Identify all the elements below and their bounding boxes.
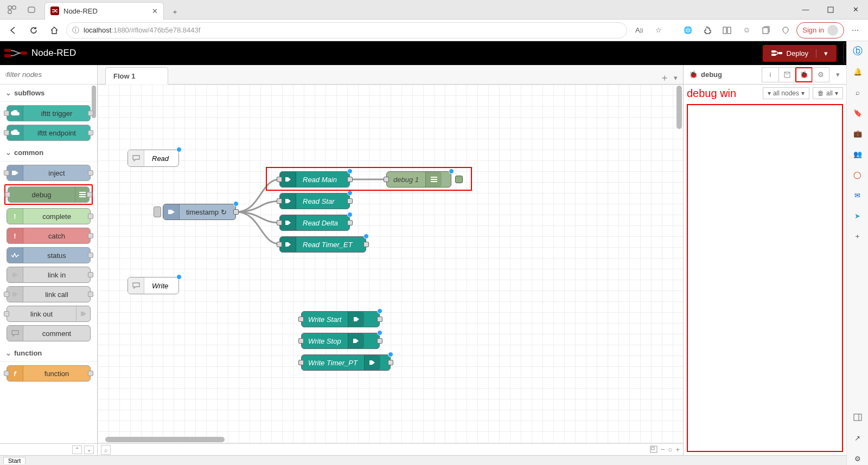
link-out-icon xyxy=(76,306,90,321)
node-write-timer-pt[interactable]: Write Timer_PT xyxy=(301,354,391,371)
category-function[interactable]: ⌄function xyxy=(0,345,97,362)
flow-tab[interactable]: Flow 1 xyxy=(105,67,168,85)
new-tab-button[interactable]: ＋ xyxy=(167,4,182,20)
send-icon[interactable]: ➤ xyxy=(851,209,864,222)
favorite-icon[interactable]: ☆ xyxy=(650,22,667,39)
palette-node-ifttt-endpoint[interactable]: ifttt endpoint xyxy=(7,125,91,141)
sidebar-tab-config[interactable]: ⚙ xyxy=(812,67,829,82)
debug-clear-button[interactable]: 🗑all▾ xyxy=(813,87,843,99)
palette-node-complete[interactable]: !complete xyxy=(7,208,91,224)
shopping-icon[interactable]: 🔖 xyxy=(851,106,864,119)
bell-icon[interactable]: 🔔 xyxy=(851,65,864,78)
svg-rect-12 xyxy=(771,54,776,56)
palette-collapse-button[interactable]: ⌃ xyxy=(72,445,82,454)
debug-window-annotation: debug win xyxy=(687,87,736,100)
flow-canvas[interactable]: Read timestamp ↻ Read Main Read Star Rea… xyxy=(98,85,683,443)
outlook-icon[interactable]: ✉ xyxy=(851,189,864,202)
bing-chat-icon[interactable]: ⓑ xyxy=(851,44,864,57)
palette-node-link-out[interactable]: link out xyxy=(7,306,91,322)
deploy-dropdown[interactable]: ▾ xyxy=(816,49,828,57)
deploy-button[interactable]: Deploy ▾ xyxy=(764,46,835,61)
zoom-out-button[interactable]: − xyxy=(661,445,665,454)
sidebar-tab-info[interactable]: i xyxy=(762,67,779,82)
panel-icon[interactable] xyxy=(851,411,864,424)
palette-node-link-in[interactable]: link in xyxy=(7,267,91,283)
node-read-timer-et[interactable]: Read Timer_ET xyxy=(279,236,366,253)
palette-node-ifttt-trigger[interactable]: ifttt trigger xyxy=(7,105,91,121)
globe-icon[interactable]: 🌐 xyxy=(679,22,697,39)
search-icon[interactable]: ⌕ xyxy=(851,86,864,99)
node-inject-timestamp[interactable]: timestamp ↻ xyxy=(163,204,236,220)
palette-node-link-call[interactable]: link call xyxy=(7,286,91,302)
add-icon[interactable]: ＋ xyxy=(851,230,864,243)
home-button[interactable] xyxy=(46,22,63,39)
arrow-right-icon xyxy=(348,312,364,327)
debug-output-panel[interactable] xyxy=(687,104,843,452)
palette-node-catch[interactable]: !catch xyxy=(7,228,91,244)
people-icon[interactable]: 👥 xyxy=(851,147,864,160)
browser-tab-title: Node-RED xyxy=(63,7,148,15)
category-common[interactable]: ⌄common xyxy=(0,144,97,162)
arrow-right-icon xyxy=(280,215,296,230)
browser-essentials-icon[interactable] xyxy=(777,22,794,39)
arrow-right-icon xyxy=(280,237,296,252)
back-button[interactable] xyxy=(4,22,22,39)
palette-node-inject[interactable]: inject xyxy=(7,165,91,181)
node-read-delta[interactable]: Read Delta xyxy=(279,215,350,231)
palette-node-debug[interactable]: debug xyxy=(8,186,90,203)
tools-icon[interactable]: 💼 xyxy=(851,127,864,140)
category-subflows[interactable]: ⌄subflows xyxy=(0,85,97,102)
collections-icon[interactable] xyxy=(757,22,775,39)
office-icon[interactable]: ◯ xyxy=(851,168,864,181)
browser-tab[interactable]: Node-RED ✕ xyxy=(44,2,164,20)
edge-sidebar: ⓑ 🔔 ⌕ 🔖 💼 👥 ◯ ✉ ➤ ＋ ↗ ⚙ xyxy=(846,41,868,465)
sidebar-tab-debug[interactable]: 🐞 xyxy=(795,67,813,82)
debug-filter-button[interactable]: ▾all nodes▾ xyxy=(763,87,809,99)
chevron-down-icon: ⌄ xyxy=(5,148,11,157)
flow-menu-button[interactable]: ▾ xyxy=(674,74,678,82)
external-icon[interactable]: ↗ xyxy=(851,431,864,444)
inject-trigger-button[interactable] xyxy=(154,206,161,217)
navigator-icon[interactable] xyxy=(650,445,658,454)
zoom-in-button[interactable]: + xyxy=(675,445,680,454)
palette-expand-button[interactable]: ⌄ xyxy=(84,445,94,454)
node-write-start[interactable]: Write Start xyxy=(301,311,380,327)
url-path: :1880/#flow/476b5e78.8443f xyxy=(111,26,200,34)
url-input[interactable]: ⓘ localhost:1880/#flow/476b5e78.8443f xyxy=(66,22,627,38)
palette-filter-input[interactable] xyxy=(3,68,94,81)
sidebar-tab-more[interactable]: ▾ xyxy=(829,67,846,82)
read-main-debug-highlight xyxy=(266,167,472,191)
gear-icon[interactable]: ⚙ xyxy=(851,452,864,465)
palette-node-function[interactable]: ffunction xyxy=(7,365,91,382)
status-start[interactable]: Start xyxy=(3,457,25,464)
node-comment-read[interactable]: Read xyxy=(127,150,179,167)
node-read-star[interactable]: Read Star xyxy=(279,193,350,209)
maximize-icon[interactable] xyxy=(818,0,843,20)
close-icon[interactable]: ✕ xyxy=(152,7,158,15)
canvas-vscrollbar[interactable] xyxy=(676,86,682,129)
link-call-icon xyxy=(7,287,23,302)
canvas-search-button[interactable]: ⌕ xyxy=(101,445,111,455)
extensions-icon[interactable] xyxy=(699,22,716,39)
tab-actions-icon[interactable] xyxy=(24,2,39,17)
split-screen-icon[interactable] xyxy=(718,22,736,39)
workspaces-icon[interactable] xyxy=(4,2,20,17)
zoom-reset-button[interactable]: ○ xyxy=(668,445,673,454)
read-aloud-icon[interactable]: A)) xyxy=(630,22,648,39)
svg-rect-4 xyxy=(828,7,833,12)
svg-rect-16 xyxy=(854,414,861,421)
window-close-icon[interactable]: ✕ xyxy=(843,0,868,20)
node-comment-write[interactable]: Write xyxy=(127,277,179,294)
site-info-icon[interactable]: ⓘ xyxy=(72,25,79,35)
refresh-button[interactable] xyxy=(25,22,42,39)
favorites-bar-icon[interactable]: ✩ xyxy=(738,22,755,39)
sidebar-tab-help[interactable] xyxy=(778,67,796,82)
palette-node-comment[interactable]: comment xyxy=(7,325,91,341)
canvas-hscrollbar[interactable] xyxy=(105,437,225,442)
palette-node-status[interactable]: status xyxy=(7,247,91,263)
node-write-stop[interactable]: Write Stop xyxy=(301,333,380,349)
minimize-icon[interactable]: ― xyxy=(793,0,818,20)
signin-button[interactable]: Sign in xyxy=(796,22,844,38)
more-icon[interactable]: ⋯ xyxy=(846,22,864,39)
add-flow-button[interactable]: ＋ xyxy=(660,71,669,84)
